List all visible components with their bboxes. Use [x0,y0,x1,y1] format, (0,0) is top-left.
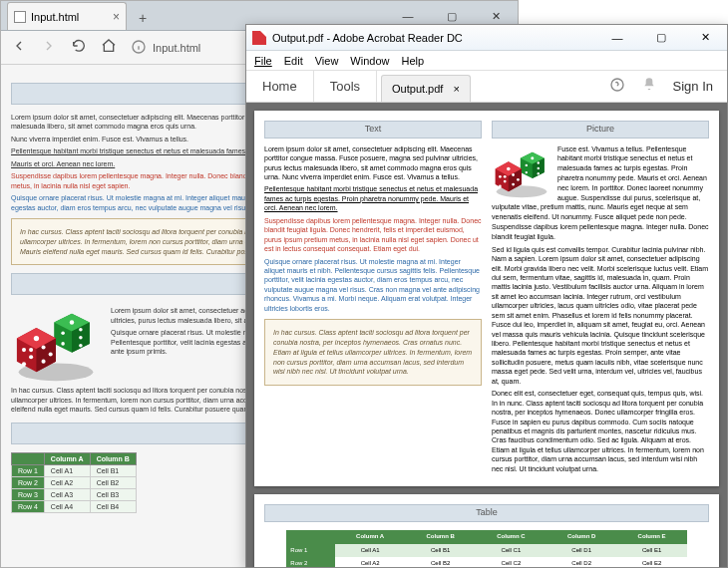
paragraph: Lorem ipsum dolor sit amet, consectetuer… [264,144,482,182]
pdf-titlebar: Output.pdf - Adobe Acrobat Reader DC — ▢… [246,25,727,51]
menu-window[interactable]: Window [350,55,389,67]
paragraph-blue: Quisque ornare placerat risus. Ut molest… [264,257,482,314]
paragraph: Pellentesque habitant morbi tristique se… [264,184,482,212]
pdf-page-1: Text Lorem ipsum dolor sit amet, consect… [254,111,719,486]
document-tab-label: Output.pdf [392,83,443,95]
menu-help[interactable]: Help [401,55,424,67]
picture-paragraph: Fusce est. Vivamus a tellus. Pellentesqu… [492,144,709,242]
section-header-table: Table [264,504,709,522]
pdf-tab-strip: Home Tools Output.pdf × Sign In [246,71,727,103]
close-button[interactable]: ✕ [683,25,727,51]
bell-icon[interactable] [641,77,657,97]
back-button[interactable] [11,38,27,58]
pdf-viewport[interactable]: Text Lorem ipsum dolor sit amet, consect… [246,103,727,567]
sign-in-button[interactable]: Sign In [673,79,713,94]
url-text: Input.html [153,42,200,54]
home-button[interactable] [101,38,117,58]
maximize-button[interactable]: ▢ [639,25,683,51]
paragraph-red: Suspendisse dapibus lorem pellentesque m… [264,216,482,254]
tab-close-icon[interactable]: × [113,10,120,24]
pdf-window-controls: — ▢ ✕ [595,25,727,51]
tab-title: Input.html [31,11,79,23]
dice-image [11,303,101,383]
info-icon [131,39,147,57]
favicon-icon [14,11,26,23]
tab-tools[interactable]: Tools [314,71,377,102]
new-tab-button[interactable]: + [131,6,155,30]
menu-edit[interactable]: Edit [284,55,303,67]
tab-home[interactable]: Home [246,71,314,102]
section-header-picture: Picture [492,121,709,139]
minimize-button[interactable]: — [595,25,639,51]
callout-box: In hac cursus. Class aptent taciti socio… [264,319,482,386]
refresh-button[interactable] [71,38,87,58]
pdf-table: Column AColumn BColumn CColumn DColumn E… [286,530,686,567]
document-tab[interactable]: Output.pdf × [381,75,471,102]
svg-point-22 [611,79,623,91]
paragraph: Donec elit est, consectetuer eget, conse… [492,389,709,473]
browser-tab[interactable]: Input.html × [7,2,127,30]
html-table: Column AColumn B Row 1Cell A1Cell B1 Row… [11,452,137,513]
help-icon[interactable] [609,77,625,97]
tab-close-icon[interactable]: × [453,83,459,95]
forward-button[interactable] [41,38,57,58]
menu-file[interactable]: File [254,55,272,67]
pdf-reader-window: Output.pdf - Adobe Acrobat Reader DC — ▢… [245,24,728,568]
paragraph: Sed id ligula quis est convallis tempor.… [492,245,709,387]
adobe-icon [252,31,266,45]
menu-bar: File Edit View Window Help [246,51,727,71]
section-header-text: Text [264,121,482,139]
dice-image [492,144,551,199]
window-title: Output.pdf - Adobe Acrobat Reader DC [272,32,463,44]
pdf-page-2: Table Column AColumn BColumn CColumn DCo… [254,494,719,567]
menu-view[interactable]: View [315,55,339,67]
